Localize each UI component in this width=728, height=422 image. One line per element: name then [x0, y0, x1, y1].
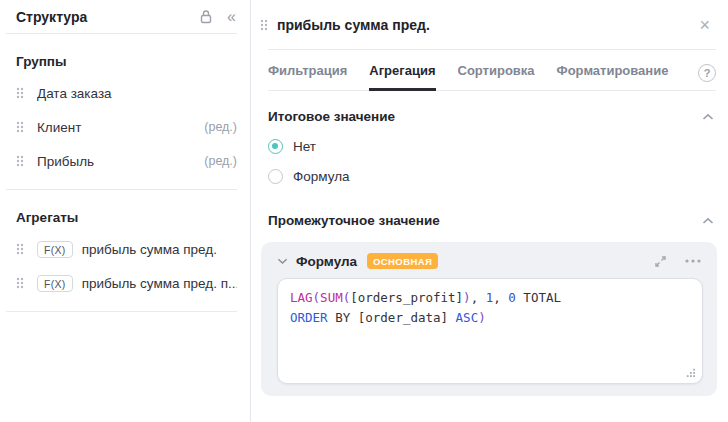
- drag-handle-icon[interactable]: [16, 277, 24, 289]
- expand-icon[interactable]: [654, 255, 667, 268]
- total-value-section-header: Итоговое значение: [268, 109, 716, 124]
- tab-sorting[interactable]: Сортировка: [458, 63, 535, 90]
- formula-fx-badge: F(X): [37, 241, 73, 258]
- chevron-down-icon[interactable]: [277, 257, 288, 265]
- aggregate-item-label: прибыль сумма пред. п...: [82, 276, 237, 291]
- formula-card-header: Формула ОСНОВНАЯ: [261, 242, 717, 276]
- tab-filtering[interactable]: Фильтрация: [268, 63, 347, 90]
- chevron-up-icon[interactable]: [700, 111, 716, 123]
- group-item-order-date[interactable]: Дата заказа: [0, 81, 250, 105]
- collapse-sidebar-icon[interactable]: «: [227, 9, 236, 25]
- sidebar-title: Структура: [16, 9, 185, 25]
- field-settings-panel: прибыль сумма пред. × Фильтрация Агрегац…: [251, 0, 728, 422]
- resize-grip-icon[interactable]: [686, 368, 696, 378]
- panel-body: Итоговое значение Нет Формула Промежуточ…: [251, 109, 728, 396]
- group-item-label: Прибыль: [37, 154, 204, 169]
- formula-card-title: Формула: [296, 254, 357, 269]
- group-item-label: Дата заказа: [37, 86, 237, 101]
- radio-label: Нет: [293, 139, 316, 154]
- more-options-icon[interactable]: [685, 259, 701, 263]
- group-item-profit[interactable]: Прибыль (ред.): [0, 149, 250, 173]
- formula-fx-badge: F(X): [37, 275, 73, 292]
- radio-option-formula[interactable]: Формула: [268, 169, 716, 184]
- group-item-client[interactable]: Клиент (ред.): [0, 115, 250, 139]
- lock-icon[interactable]: [199, 9, 213, 24]
- sidebar-header: Структура «: [0, 0, 250, 33]
- aggregates-heading: Агрегаты: [0, 190, 250, 227]
- drag-handle-icon[interactable]: [16, 155, 24, 167]
- groups-heading: Группы: [0, 34, 250, 71]
- radio-icon[interactable]: [268, 169, 283, 184]
- formula-editor[interactable]: LAG(SUM([orders_profit]), 1, 0 TOTALORDE…: [277, 278, 703, 384]
- aggregate-item-2[interactable]: F(X) прибыль сумма пред. п...: [0, 271, 250, 295]
- main-badge: ОСНОВНАЯ: [367, 253, 438, 269]
- radio-option-none[interactable]: Нет: [268, 139, 716, 154]
- radio-icon[interactable]: [268, 139, 283, 154]
- aggregate-item-label: прибыль сумма пред.: [82, 242, 237, 257]
- tabs-divider: [268, 90, 716, 91]
- group-item-label: Клиент: [37, 120, 204, 135]
- tab-aggregation[interactable]: Агрегация: [369, 63, 435, 90]
- chevron-up-icon[interactable]: [700, 215, 716, 227]
- intermediate-value-heading: Промежуточное значение: [268, 213, 700, 228]
- drag-handle-icon[interactable]: [16, 87, 24, 99]
- drag-handle-icon[interactable]: [260, 19, 268, 31]
- formula-card: Формула ОСНОВНАЯ LAG(SUM([orders_profit: [261, 242, 717, 396]
- total-value-heading: Итоговое значение: [268, 109, 700, 124]
- intermediate-value-section-header: Промежуточное значение: [268, 213, 716, 228]
- panel-header: прибыль сумма пред. ×: [251, 0, 728, 49]
- tab-formatting[interactable]: Форматирование: [557, 63, 669, 90]
- settings-tabs: Фильтрация Агрегация Сортировка Форматир…: [251, 50, 728, 90]
- aggregate-item-1[interactable]: F(X) прибыль сумма пред.: [0, 237, 250, 261]
- panel-title: прибыль сумма пред.: [277, 17, 695, 33]
- structure-sidebar: Структура « Группы Дата заказа Клиент (р…: [0, 0, 251, 422]
- edited-mark: (ред.): [204, 120, 237, 134]
- drag-handle-icon[interactable]: [16, 121, 24, 133]
- aggregates-divider: [6, 311, 237, 312]
- drag-handle-icon[interactable]: [16, 243, 24, 255]
- close-icon[interactable]: ×: [695, 14, 714, 36]
- radio-label: Формула: [293, 169, 350, 184]
- formula-code: LAG(SUM([orders_profit]), 1, 0 TOTALORDE…: [290, 288, 690, 328]
- help-icon[interactable]: ?: [698, 64, 716, 82]
- edited-mark: (ред.): [204, 154, 237, 168]
